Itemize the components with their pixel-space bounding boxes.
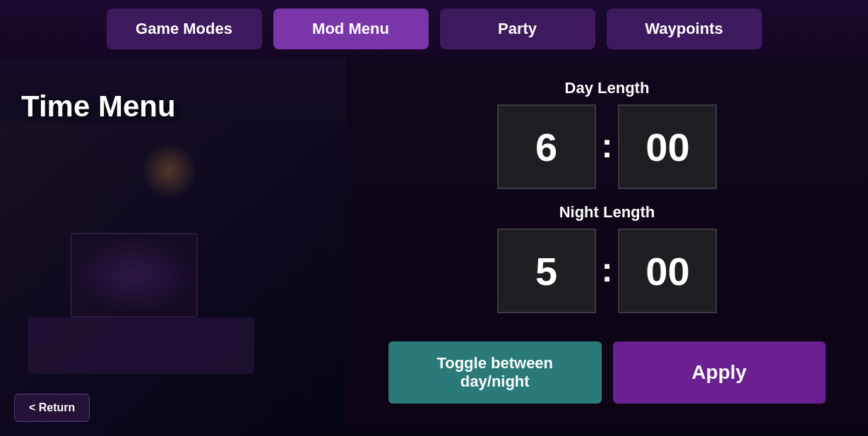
tab-mod-menu[interactable]: Mod Menu (273, 8, 429, 49)
tab-game-modes[interactable]: Game Modes (107, 8, 262, 49)
tab-waypoints[interactable]: Waypoints (607, 8, 762, 49)
day-minutes-input[interactable]: 00 (618, 104, 717, 189)
night-hours-input[interactable]: 5 (497, 229, 596, 313)
tab-party[interactable]: Party (440, 8, 595, 49)
day-length-section: Day Length 6 : 00 (480, 79, 735, 189)
night-length-section: Night Length 5 : 00 (480, 203, 735, 313)
main-content: Time Menu Day Length 6 : 00 Night Length… (0, 58, 868, 430)
monitor-glow (74, 236, 194, 314)
night-length-inputs: 5 : 00 (497, 229, 718, 313)
day-length-label: Day Length (565, 79, 650, 97)
bottom-buttons: Toggle between day/night Apply (388, 341, 826, 404)
left-panel: Time Menu (0, 58, 346, 430)
right-panel: Day Length 6 : 00 Night Length 5 : 00 To… (346, 58, 868, 430)
light-decoration (141, 143, 198, 199)
apply-button[interactable]: Apply (613, 341, 826, 404)
day-separator: : (596, 126, 619, 165)
top-navigation: Game Modes Mod Menu Party Waypoints (0, 0, 868, 58)
day-length-inputs: 6 : 00 (497, 104, 718, 189)
day-hours-input[interactable]: 6 (497, 104, 596, 189)
return-button[interactable]: < Return (14, 394, 90, 422)
page-title: Time Menu (21, 90, 176, 123)
night-separator: : (596, 250, 619, 289)
night-minutes-input[interactable]: 00 (618, 229, 717, 313)
desk-decoration (28, 317, 254, 374)
toggle-day-night-button[interactable]: Toggle between day/night (388, 341, 602, 404)
night-length-label: Night Length (559, 203, 655, 222)
